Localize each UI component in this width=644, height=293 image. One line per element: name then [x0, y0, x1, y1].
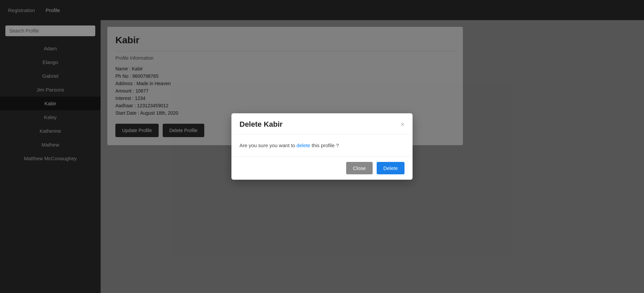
delete-modal: Delete Kabir × Are you sure you want to …	[231, 113, 413, 180]
modal-header: Delete Kabir ×	[231, 113, 413, 134]
modal-overlay: Delete Kabir × Are you sure you want to …	[0, 0, 644, 293]
modal-body: Are you sure you want to delete this pro…	[231, 134, 413, 156]
modal-close-button[interactable]: Close	[346, 162, 372, 174]
modal-message-highlight: delete	[297, 142, 310, 148]
modal-delete-button[interactable]: Delete	[377, 162, 405, 174]
modal-footer: Close Delete	[231, 156, 413, 180]
modal-title: Delete Kabir	[239, 120, 282, 129]
modal-message-part2: this profile ?	[310, 142, 339, 148]
modal-close-x-button[interactable]: ×	[400, 121, 405, 128]
modal-message-part1: Are you sure you want to	[239, 142, 297, 148]
